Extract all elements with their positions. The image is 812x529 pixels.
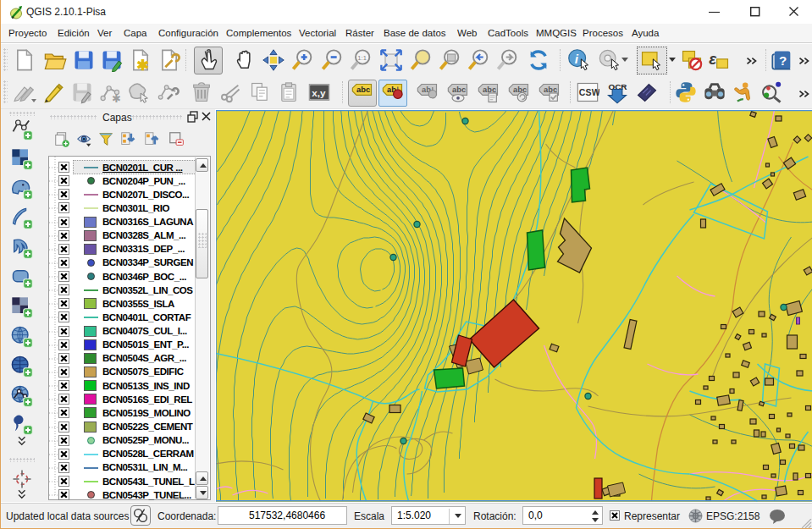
svg-text:✱: ✱	[136, 57, 149, 72]
svg-text:CSW: CSW	[579, 87, 599, 97]
svg-text:abc: abc	[452, 85, 466, 94]
svg-text:✱: ✱	[112, 92, 121, 104]
svg-text:ε: ε	[709, 50, 717, 68]
svg-text:abc: abc	[356, 85, 370, 94]
svg-text:x,y: x,y	[312, 87, 326, 98]
svg-text:1:1: 1:1	[357, 54, 367, 62]
svg-text:?: ?	[779, 53, 787, 68]
